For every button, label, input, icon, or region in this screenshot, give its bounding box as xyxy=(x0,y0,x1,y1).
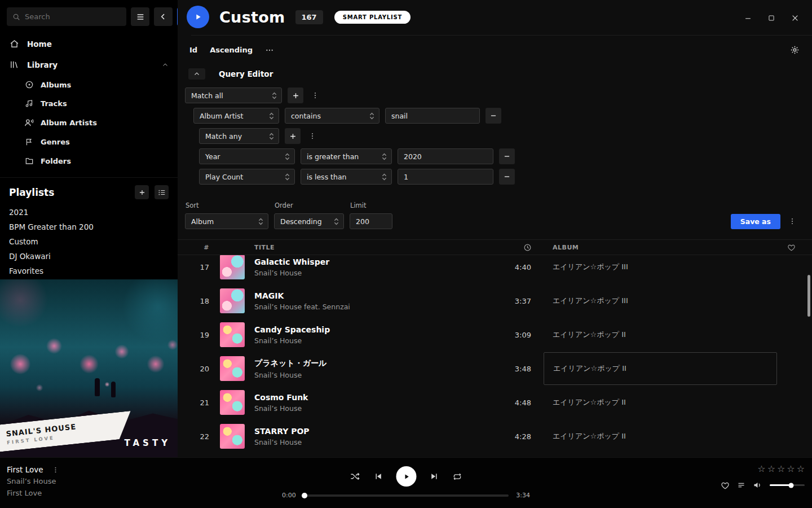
rule-value-input[interactable] xyxy=(398,148,493,164)
star-icon[interactable]: ☆ xyxy=(777,465,785,474)
volume-button[interactable] xyxy=(753,480,762,490)
rule-field-select[interactable]: Play Count xyxy=(199,169,295,185)
seek-bar[interactable] xyxy=(303,494,509,497)
play-playlist-button[interactable] xyxy=(187,6,209,28)
sort-direction-button[interactable]: Ascending xyxy=(210,46,253,54)
column-album[interactable]: ALBUM xyxy=(553,244,784,251)
rule-field-select[interactable]: Year xyxy=(199,148,295,164)
add-rule-button[interactable] xyxy=(285,128,301,144)
group-options-button[interactable] xyxy=(309,87,321,103)
order-select[interactable]: Descending xyxy=(274,213,344,229)
column-number[interactable]: # xyxy=(178,244,209,251)
menu-icon xyxy=(136,12,145,21)
playlist-options-button[interactable] xyxy=(155,185,169,199)
playlist-item[interactable]: BPM Greater than 200 xyxy=(9,220,169,234)
playlist-item[interactable]: Favorites xyxy=(9,264,169,278)
previous-button[interactable] xyxy=(374,472,383,481)
remove-rule-button[interactable] xyxy=(499,148,515,164)
maximize-button[interactable] xyxy=(767,14,775,23)
sidebar-item-albums[interactable]: Albums xyxy=(0,75,178,94)
star-icon[interactable]: ☆ xyxy=(757,465,765,474)
collapse-query-editor-button[interactable] xyxy=(188,68,205,80)
now-playing-album-art[interactable]: SNAIL'S HOUSE FIRST LOVE TASTY xyxy=(0,279,178,457)
sidebar-item-label: Folders xyxy=(41,157,71,165)
select-value: contains xyxy=(291,112,321,120)
nav-back-button[interactable] xyxy=(154,7,173,26)
rule-operator-select[interactable]: contains xyxy=(285,108,379,124)
table-row[interactable]: 17 Galactic Whisper Snail’s House 4:40 エ… xyxy=(178,255,812,284)
transport-controls xyxy=(350,466,462,487)
sidebar-item-tracks[interactable]: Tracks xyxy=(0,94,178,113)
queue-button[interactable] xyxy=(737,481,745,489)
playlist-item[interactable]: Custom xyxy=(9,234,169,249)
track-thumbnail xyxy=(220,390,245,415)
rule-value-input[interactable] xyxy=(398,169,493,185)
seek-handle[interactable] xyxy=(302,493,307,498)
settings-button[interactable] xyxy=(790,45,800,55)
more-columns-button[interactable] xyxy=(265,46,274,55)
repeat-button[interactable] xyxy=(453,472,462,481)
match-type-select[interactable]: Match any xyxy=(199,128,279,144)
star-icon[interactable]: ☆ xyxy=(787,465,795,474)
playlist-item[interactable]: DJ Okawari xyxy=(9,249,169,264)
playlist-item[interactable]: 2021 xyxy=(9,205,169,220)
duration-column-icon[interactable] xyxy=(523,243,533,252)
track-album[interactable]: エイリアン☆ポップ III xyxy=(553,262,784,272)
select-arrows-icon xyxy=(269,132,274,141)
table-row[interactable]: 19 Candy Spaceship Snail’s House 3:09 エイ… xyxy=(178,318,812,352)
limit-input[interactable] xyxy=(350,213,392,229)
ellipsis-v-icon xyxy=(52,466,59,474)
chevron-up-icon xyxy=(193,71,200,77)
volume-handle[interactable] xyxy=(789,483,794,488)
track-album-focused[interactable]: エイリアン☆ポップ II xyxy=(544,352,777,385)
table-row[interactable]: 22 STARRY POP Snail’s House 4:28 エイリアン☆ポ… xyxy=(178,419,812,453)
track-album[interactable]: エイリアン☆ポップ II xyxy=(553,431,784,441)
save-as-button[interactable]: Save as xyxy=(731,214,780,229)
search-box[interactable] xyxy=(7,7,126,26)
next-button[interactable] xyxy=(430,472,439,481)
heart-icon xyxy=(721,481,730,490)
menu-button[interactable] xyxy=(131,7,149,26)
sidebar-item-folders[interactable]: Folders xyxy=(0,151,178,170)
sidebar-item-library[interactable]: Library xyxy=(0,54,178,75)
table-row[interactable]: 18 MAGIK Snail’s House feat. Sennzai 3:3… xyxy=(178,284,812,318)
track-album[interactable]: エイリアン☆ポップ II xyxy=(553,330,784,340)
volume-slider[interactable] xyxy=(770,484,805,486)
remove-rule-button[interactable] xyxy=(499,169,515,185)
table-row[interactable]: 20 プラネット・ガール Snail’s House 3:48 エイリアン☆ポッ… xyxy=(178,352,812,386)
play-pause-button[interactable] xyxy=(396,466,417,487)
sidebar-item-home[interactable]: Home xyxy=(0,33,178,54)
scrollbar-thumb[interactable] xyxy=(807,275,810,317)
favorite-button[interactable] xyxy=(721,481,730,490)
rule-field-select[interactable]: Album Artist xyxy=(193,108,279,124)
group-options-button[interactable] xyxy=(306,128,319,144)
sort-select[interactable]: Album xyxy=(185,213,268,229)
column-title[interactable]: TITLE xyxy=(244,244,494,251)
now-playing-menu-button[interactable] xyxy=(52,466,59,474)
cover-brand: TASTY xyxy=(124,438,171,448)
save-options-button[interactable] xyxy=(786,213,798,229)
favorite-column-icon[interactable] xyxy=(784,243,812,252)
rule-value-input[interactable] xyxy=(385,108,480,124)
search-input[interactable] xyxy=(25,12,121,21)
minimize-button[interactable] xyxy=(744,14,752,23)
close-button[interactable] xyxy=(791,14,800,23)
match-type-select[interactable]: Match all xyxy=(185,87,282,103)
select-value: Play Count xyxy=(205,173,243,181)
add-playlist-button[interactable] xyxy=(135,185,149,199)
table-row[interactable]: 21 Cosmo Funk Snail’s House 4:48 エイリアン☆ポ… xyxy=(178,386,812,419)
sidebar-item-album-artists[interactable]: Album Artists xyxy=(0,113,178,133)
track-album[interactable]: エイリアン☆ポップ II xyxy=(553,397,784,408)
star-icon[interactable]: ☆ xyxy=(797,465,805,474)
sidebar-item-genres[interactable]: Genres xyxy=(0,133,178,151)
rule-operator-select[interactable]: is greater than xyxy=(301,148,392,164)
shuffle-button[interactable] xyxy=(350,471,360,481)
star-icon[interactable]: ☆ xyxy=(767,465,775,474)
chevron-up-icon[interactable] xyxy=(162,62,169,68)
rule-operator-select[interactable]: is less than xyxy=(301,169,392,185)
add-rule-button[interactable] xyxy=(288,87,303,103)
select-value: Descending xyxy=(280,217,322,226)
remove-rule-button[interactable] xyxy=(486,108,501,124)
track-album[interactable]: エイリアン☆ポップ III xyxy=(553,296,784,306)
sort-field-button[interactable]: Id xyxy=(189,46,197,54)
